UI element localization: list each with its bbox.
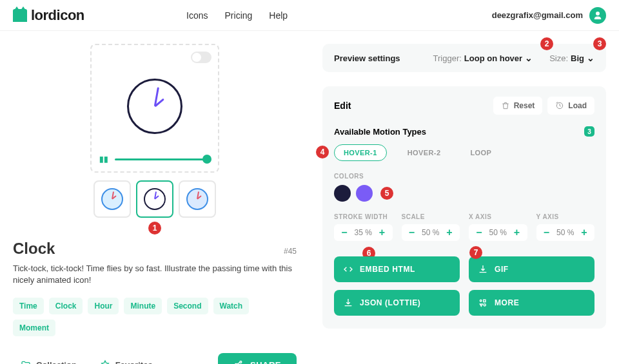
more-button[interactable]: MORE	[469, 290, 594, 316]
svg-point-6	[484, 304, 486, 306]
size-select[interactable]: Size: Big ⌄	[549, 53, 594, 63]
stroke-width-label: STROKE WIDTH	[334, 213, 393, 220]
scale-label: SCALE	[402, 213, 460, 220]
pause-icon[interactable]: ▮▮	[99, 155, 108, 164]
tag[interactable]: Watch	[213, 298, 250, 314]
json-lottie-button[interactable]: JSON (LOTTIE)	[334, 290, 460, 316]
annotation-4: 4	[316, 146, 329, 158]
tag[interactable]: Second	[167, 298, 208, 314]
collection-label: Collection	[36, 360, 77, 364]
chevron-down-icon: ⌄	[587, 53, 594, 63]
tag[interactable]: Moment	[13, 320, 55, 336]
minus-button[interactable]: −	[338, 227, 351, 238]
plus-button[interactable]: +	[376, 227, 389, 238]
timeline-slider[interactable]	[115, 158, 210, 160]
background-toggle[interactable]	[191, 52, 211, 63]
y-axis-label: Y AXIS	[536, 213, 595, 220]
motion-loop[interactable]: LOOP	[461, 145, 500, 160]
variant-2[interactable]	[136, 180, 173, 218]
collection-button[interactable]: Collection	[13, 354, 84, 364]
svg-rect-5	[484, 300, 486, 302]
embed-html-button[interactable]: EMBED HTML	[334, 256, 460, 282]
gif-button[interactable]: GIF	[469, 256, 594, 282]
edit-title: Edit	[334, 101, 351, 111]
scale-stepper[interactable]: − 50 % +	[402, 224, 460, 241]
annotation-1: 1	[148, 222, 161, 235]
minus-button[interactable]: −	[473, 227, 486, 238]
nav-pricing[interactable]: Pricing	[225, 10, 253, 21]
user-menu[interactable]: deezgrafix@gmail.com	[492, 7, 606, 24]
favorites-button[interactable]: Favorites	[92, 354, 161, 364]
top-nav: Icons Pricing Help	[186, 10, 288, 21]
y-axis-stepper[interactable]: − 50 % +	[536, 224, 595, 241]
annotation-7: 7	[469, 246, 482, 259]
edit-panel: Edit Reset Load Available Motion Types 3…	[322, 86, 606, 329]
clock-icon	[127, 79, 182, 134]
reset-button[interactable]: Reset	[493, 97, 543, 115]
brand-name: lordicon	[31, 7, 84, 24]
motion-types-title: Available Motion Types	[334, 127, 426, 137]
avatar-icon	[589, 7, 606, 24]
tag[interactable]: Hour	[88, 298, 119, 314]
brand-logo[interactable]: lordicon	[13, 7, 84, 24]
minus-button[interactable]: −	[406, 227, 418, 238]
motion-hover-1[interactable]: HOVER-1	[334, 144, 387, 161]
icon-description: Tick-tock, tick-tock! Time flies by so f…	[13, 263, 297, 286]
colors-label: COLORS	[334, 173, 594, 180]
preview-settings-title: Preview settings	[334, 53, 400, 63]
plus-button[interactable]: +	[511, 227, 524, 238]
tag[interactable]: Minute	[124, 298, 162, 314]
svg-point-1	[240, 361, 242, 363]
chevron-down-icon: ⌄	[525, 53, 533, 63]
color-swatch-1[interactable]	[334, 185, 351, 202]
user-email: deezgrafix@gmail.com	[492, 10, 583, 20]
x-axis-label: X AXIS	[469, 213, 527, 220]
icon-id: #45	[284, 247, 297, 256]
motion-count-badge: 3	[584, 126, 594, 137]
motion-hover-2[interactable]: HOVER-2	[398, 145, 450, 160]
tag[interactable]: Time	[13, 298, 44, 314]
plus-button[interactable]: +	[578, 227, 591, 238]
trigger-select[interactable]: Trigger: Loop on hover ⌄	[433, 53, 533, 63]
nav-help[interactable]: Help	[269, 10, 288, 21]
stroke-width-stepper[interactable]: − 35 % +	[334, 224, 393, 241]
variant-3[interactable]	[179, 180, 216, 218]
variant-1[interactable]	[93, 180, 131, 218]
x-axis-stepper[interactable]: − 50 % +	[469, 224, 527, 241]
annotation-5: 5	[380, 187, 393, 200]
annotation-2: 2	[540, 37, 553, 50]
preview-canvas: ▮▮	[90, 44, 219, 173]
icon-title: Clock	[13, 240, 55, 258]
preview-settings-panel: Preview settings Trigger: Loop on hover …	[322, 44, 606, 72]
share-button[interactable]: SHARE	[218, 353, 297, 364]
logo-icon	[13, 9, 27, 22]
plus-button[interactable]: +	[443, 227, 456, 238]
svg-point-4	[480, 300, 482, 302]
annotation-3: 3	[593, 37, 606, 50]
load-button[interactable]: Load	[547, 97, 594, 115]
minus-button[interactable]: −	[540, 227, 553, 238]
tag-list: Time Clock Hour Minute Second Watch Mome…	[13, 298, 297, 336]
share-label: SHARE	[250, 360, 281, 364]
tag[interactable]: Clock	[49, 298, 83, 314]
color-swatch-2[interactable]	[356, 185, 373, 202]
nav-icons[interactable]: Icons	[186, 10, 208, 21]
favorites-label: Favorites	[115, 360, 153, 364]
